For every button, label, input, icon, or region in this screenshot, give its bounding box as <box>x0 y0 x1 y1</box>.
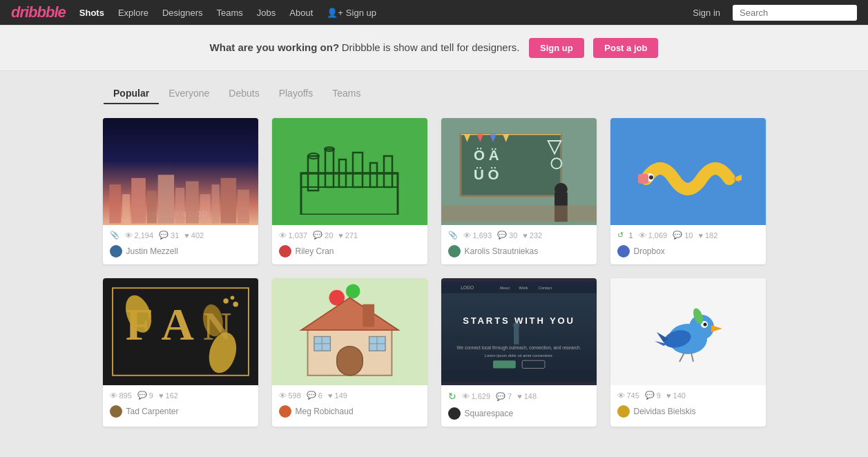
promo-banner: What are you working on? Dribbble is sho… <box>0 25 868 71</box>
banner-postjob-button[interactable]: Post a job <box>593 38 658 58</box>
shot-thumbnail[interactable]: F A N <box>103 278 258 385</box>
svg-marker-79 <box>711 325 722 332</box>
shot-card: F A N 👁 895 💬 9 <box>103 278 258 427</box>
comment-icon: 💬 <box>496 392 505 401</box>
svg-point-48 <box>233 302 238 307</box>
like-count: ♥ 182 <box>698 231 717 240</box>
svg-text:N: N <box>203 305 231 348</box>
nav-jobs[interactable]: Jobs <box>250 0 282 25</box>
shot-stats: 📎 👁 1,693 💬 30 ♥ 232 <box>441 225 597 242</box>
comment-count: 💬 30 <box>497 231 517 240</box>
comment-count: 💬 31 <box>159 231 179 240</box>
nav-links: Shots Explore Designers Teams Jobs About… <box>73 0 686 25</box>
shot-thumbnail[interactable] <box>272 118 427 225</box>
svg-rect-1 <box>122 194 130 223</box>
svg-text:Lorem ipsum dolor sit amet con: Lorem ipsum dolor sit amet consectetur. <box>484 353 553 358</box>
author-link[interactable]: Dropbox <box>634 246 665 256</box>
nav-signin[interactable]: Sign in <box>686 8 727 18</box>
comment-icon: 💬 <box>307 391 316 400</box>
banner-signup-button[interactable]: Sign up <box>529 38 584 58</box>
view-count: 👁 2,194 <box>125 231 154 240</box>
attachment-icon: 📎 <box>448 231 458 240</box>
like-count: ♥ 149 <box>328 391 347 400</box>
shot-stats: 👁 895 💬 9 ♥ 162 <box>103 385 258 402</box>
shot-stats: ↻ 👁 1,629 💬 7 ♥ 148 <box>441 385 597 405</box>
eye-icon: 👁 <box>462 392 470 400</box>
filter-debuts[interactable]: Debuts <box>219 84 269 103</box>
filter-everyone[interactable]: Everyone <box>159 84 219 103</box>
author-link[interactable]: Tad Carpenter <box>126 407 179 416</box>
shot-author: Deividas Bielskis <box>610 402 766 425</box>
shot-stats: 👁 1,037 💬 20 ♥ 271 <box>272 225 427 242</box>
attachment-icon: 📎 <box>110 231 119 240</box>
comment-icon: 💬 <box>159 231 168 240</box>
nav-signup-link[interactable]: 👤+ Sign up <box>320 8 383 18</box>
nav-designers[interactable]: Designers <box>155 0 210 25</box>
svg-point-46 <box>223 298 229 304</box>
filter-playoffs[interactable]: Playoffs <box>269 84 323 103</box>
shot-thumbnail[interactable] <box>610 118 766 225</box>
filter-teams[interactable]: Teams <box>322 84 370 103</box>
author-link[interactable]: Justin Mezzell <box>126 246 178 256</box>
shots-grid: HOLLYWOOD 📎 👁 2,194 <box>89 118 780 427</box>
eye-icon: 👁 <box>125 231 133 240</box>
svg-rect-16 <box>370 163 377 187</box>
author-link[interactable]: Deividas Bielskis <box>634 407 696 416</box>
shot-stats: ↺ 1 👁 1,069 💬 10 ♥ 182 <box>610 225 766 242</box>
svg-text:A: A <box>161 300 193 349</box>
view-count: 👁 1,629 <box>462 392 491 400</box>
avatar <box>617 405 630 418</box>
avatar <box>110 245 122 257</box>
nav-explore[interactable]: Explore <box>111 0 155 25</box>
author-link[interactable]: Karolis Strautniekas <box>465 246 539 256</box>
avatar <box>279 405 291 418</box>
author-link[interactable]: Squarespace <box>465 409 514 418</box>
eye-icon: 👁 <box>639 231 646 240</box>
shot-card: 👁 745 💬 9 ♥ 140 Deividas Bielskis <box>610 278 766 427</box>
like-count: ♥ 402 <box>184 231 204 240</box>
nav-teams[interactable]: Teams <box>210 0 250 25</box>
svg-rect-0 <box>109 184 121 223</box>
shot-author: Tad Carpenter <box>103 402 258 425</box>
shot-card: STARTS WITH YOU We connect local through… <box>441 278 597 427</box>
svg-point-68 <box>513 322 519 329</box>
shot-thumbnail[interactable]: Ö Ä Ü Ö <box>441 118 597 225</box>
shot-thumbnail[interactable] <box>610 278 766 385</box>
shot-thumbnail[interactable]: STARTS WITH YOU We connect local through… <box>441 278 597 385</box>
eye-icon: 👁 <box>279 231 287 240</box>
search-input[interactable] <box>733 5 857 21</box>
shot-card: 👁 1,037 💬 20 ♥ 271 Riley Cran <box>272 118 427 264</box>
svg-point-36 <box>649 175 653 179</box>
svg-point-47 <box>230 295 234 300</box>
navbar: dribbble Shots Explore Designers Teams J… <box>0 0 868 25</box>
comment-icon: 💬 <box>313 231 322 240</box>
view-count: 👁 598 <box>279 391 301 400</box>
shot-author: Karolis Strautniekas <box>441 242 597 264</box>
svg-rect-67 <box>514 328 519 344</box>
shot-card: Ö Ä Ü Ö 📎 👁 1,693 <box>441 118 597 264</box>
svg-rect-34 <box>441 206 597 222</box>
svg-rect-17 <box>384 156 392 187</box>
svg-rect-15 <box>353 153 363 187</box>
shot-author: Squarespace <box>441 405 597 427</box>
like-count: ♥ 232 <box>523 231 542 240</box>
shot-thumbnail[interactable]: HOLLYWOOD <box>103 118 258 225</box>
like-count: ♥ 140 <box>666 391 686 400</box>
shot-card: ↺ 1 👁 1,069 💬 10 ♥ 182 Dropbox <box>610 118 766 264</box>
author-link[interactable]: Riley Cran <box>296 246 334 256</box>
shot-thumbnail[interactable] <box>272 278 427 385</box>
svg-line-85 <box>679 353 684 362</box>
nav-about[interactable]: About <box>282 0 320 25</box>
filter-popular[interactable]: Popular <box>104 84 159 104</box>
svg-rect-71 <box>493 360 516 368</box>
shot-card: 👁 598 💬 6 ♥ 149 Meg Robichaud <box>272 278 427 427</box>
shot-author: Justin Mezzell <box>103 242 258 264</box>
svg-point-28 <box>554 183 568 196</box>
author-link[interactable]: Meg Robichaud <box>296 407 354 416</box>
svg-text:We connect local through outre: We connect local through outreach, conne… <box>456 345 581 351</box>
comment-icon: 💬 <box>497 231 507 240</box>
nav-shots[interactable]: Shots <box>73 0 111 25</box>
reblog-icon: ↺ <box>617 231 624 240</box>
comment-icon: 💬 <box>137 391 147 400</box>
heart-icon: ♥ <box>517 392 522 400</box>
